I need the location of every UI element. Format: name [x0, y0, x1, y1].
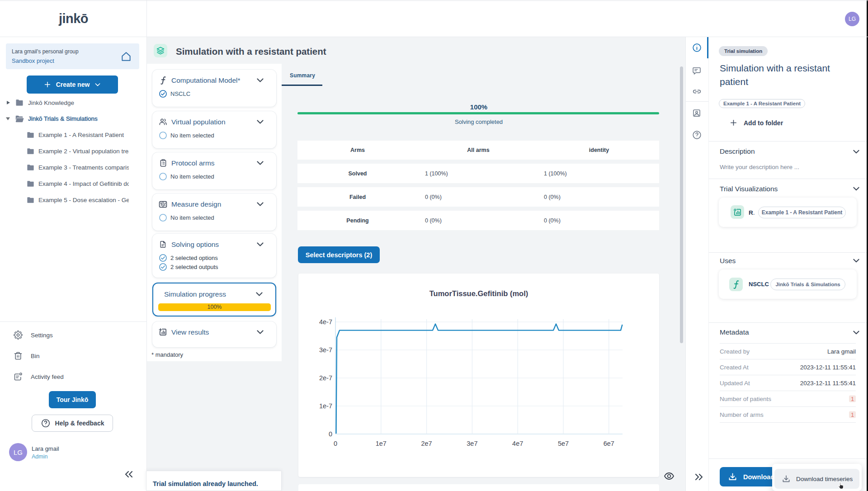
svg-text:0: 0 — [334, 440, 337, 447]
svg-text:4e7: 4e7 — [512, 440, 523, 447]
svg-text:5e7: 5e7 — [558, 440, 569, 447]
svg-text:1e-7: 1e-7 — [319, 402, 332, 410]
svg-text:3e7: 3e7 — [467, 440, 477, 447]
svg-text:2e7: 2e7 — [421, 440, 432, 447]
svg-text:3e-7: 3e-7 — [319, 346, 332, 354]
svg-text:6e7: 6e7 — [604, 440, 614, 447]
svg-text:1e7: 1e7 — [376, 440, 387, 447]
svg-text:0: 0 — [329, 430, 332, 438]
svg-text:4e-7: 4e-7 — [319, 318, 332, 326]
svg-text:2e-7: 2e-7 — [319, 374, 332, 382]
